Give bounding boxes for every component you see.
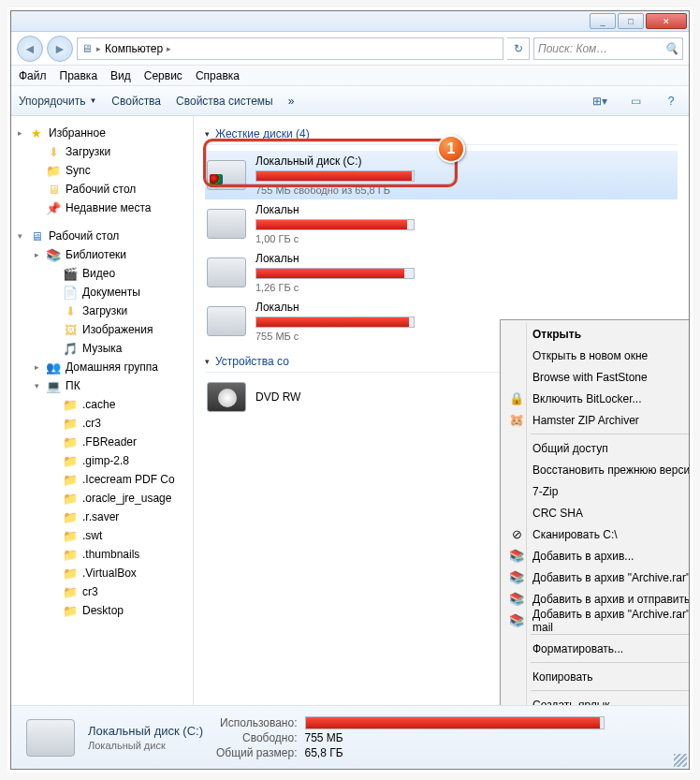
close-button[interactable]: ✕: [646, 13, 687, 29]
refresh-button[interactable]: ↻: [507, 37, 530, 60]
resize-grip[interactable]: [674, 754, 687, 767]
context-menu-item[interactable]: 🔒Включить BitLocker...: [503, 388, 689, 409]
tree-item[interactable]: ▸★Избранное: [15, 124, 189, 142]
tree-item[interactable]: ▸📚Библиотеки: [15, 245, 189, 264]
drive-item[interactable]: Локальн1,26 ГБ с: [205, 248, 678, 297]
context-menu-item[interactable]: 7-Zip▶: [503, 480, 689, 502]
tree-item[interactable]: 📌Недавние места: [15, 199, 189, 217]
tree-item[interactable]: 🎵Музыка: [15, 339, 189, 358]
mus: 🎵: [63, 341, 78, 356]
tree-item[interactable]: 🖼Изображения: [15, 320, 189, 339]
menu-file[interactable]: Файл: [19, 69, 47, 82]
tree-item[interactable]: 📁.gimp-2.8: [15, 451, 189, 470]
dvd-icon: [207, 382, 246, 412]
tree-item[interactable]: ▸👥Домашняя группа: [15, 358, 189, 376]
tree-item[interactable]: 📁.oracle_jre_usage: [15, 489, 189, 508]
context-menu-item[interactable]: Форматировать...: [503, 638, 689, 659]
context-menu-item[interactable]: Открыть в новом окне: [503, 345, 689, 366]
nav-row: ◄ ► 🖥 ▸ Компьютер ▸ ↻ Поиск: Ком… 🔍: [11, 32, 689, 66]
context-menu-item[interactable]: Browse with FastStone: [503, 366, 689, 388]
back-button[interactable]: ◄: [17, 36, 43, 62]
context-menu-item[interactable]: Общий доступ▶: [503, 437, 689, 459]
context-menu-item[interactable]: Открыть: [503, 323, 689, 345]
maximize-button[interactable]: □: [618, 13, 644, 29]
context-menu-item[interactable]: Восстановить прежнюю версию: [503, 459, 689, 480]
properties-button[interactable]: Свойства: [111, 95, 161, 108]
drive-free: 755 МБ свободно из 65,8 ГБ: [255, 184, 443, 196]
context-menu-item[interactable]: Создать ярлык: [503, 694, 689, 705]
tree-item[interactable]: 📁.swt: [15, 526, 189, 545]
drive-name: Локальн: [255, 301, 443, 314]
menu-view[interactable]: Вид: [110, 69, 131, 82]
folder: 📁: [63, 603, 78, 618]
tree-item[interactable]: 🖥Рабочий стол: [15, 180, 189, 199]
tree-item[interactable]: ▾💻ПК: [15, 376, 189, 395]
pc: 💻: [46, 378, 61, 393]
drive-icon: [26, 719, 75, 757]
tree-item[interactable]: 📁cr3: [15, 582, 189, 601]
tree-item[interactable]: ⬇Загрузки: [15, 142, 189, 161]
tree-item[interactable]: ⬇Загрузки: [15, 302, 189, 320]
tree-item[interactable]: 📁.cr3: [15, 414, 189, 433]
organize-button[interactable]: Упорядочить▼: [19, 95, 96, 108]
details-name: Локальный диск (C:): [88, 724, 203, 738]
minimize-button[interactable]: _: [590, 13, 616, 29]
free-label: Свободно:: [216, 731, 297, 744]
drive-name: Локальн: [255, 203, 443, 216]
crumb-arrow-icon: ▸: [96, 44, 101, 53]
view-mode-button[interactable]: ⊞▾: [590, 91, 610, 111]
vid: 🎬: [63, 266, 78, 281]
address-bar[interactable]: 🖥 ▸ Компьютер ▸: [77, 37, 503, 60]
tree-item[interactable]: 📁.FBReader: [15, 433, 189, 451]
context-menu-item[interactable]: CRC SHA▶: [503, 502, 689, 523]
drive-free: 1,26 ГБ с: [255, 282, 443, 293]
tree-item[interactable]: 📄Документы: [15, 283, 189, 302]
search-placeholder: Поиск: Ком…: [538, 42, 607, 55]
context-menu-item[interactable]: 📚Добавить в архив "Archive.rar" и отправ…: [503, 610, 689, 631]
net: 👥: [46, 360, 61, 375]
drive-icon: [207, 306, 246, 336]
crumb-arrow-icon: ▸: [167, 44, 171, 53]
context-menu: ОткрытьОткрыть в новом окнеBrowse with F…: [500, 319, 689, 705]
titlebar: _ □ ✕: [11, 11, 689, 32]
context-menu-item[interactable]: ⊘Сканировать C:\: [503, 523, 689, 545]
tree-item[interactable]: 🎬Видео: [15, 264, 189, 283]
menu-help[interactable]: Справка: [196, 69, 240, 82]
breadcrumb[interactable]: Компьютер: [105, 42, 163, 55]
search-input[interactable]: Поиск: Ком… 🔍: [533, 37, 683, 60]
menu-edit[interactable]: Правка: [60, 69, 98, 82]
context-menu-item[interactable]: Копировать: [503, 666, 689, 687]
tree-item[interactable]: 📁Desktop: [15, 601, 189, 620]
context-menu-item[interactable]: 📚Добавить в архив...: [503, 545, 689, 567]
menu-item-icon: 📚: [508, 612, 525, 629]
context-menu-item[interactable]: 🐹Hamster ZIP Archiver▶: [503, 409, 689, 431]
context-menu-item[interactable]: 📚Добавить в архив "Archive.rar": [503, 567, 689, 588]
place: 📌: [46, 200, 61, 215]
toolbar: Упорядочить▼ Свойства Свойства системы »…: [11, 86, 689, 116]
system-properties-button[interactable]: Свойства системы: [176, 95, 273, 108]
menu-item-icon: 📚: [508, 569, 525, 586]
desktop: 🖥: [46, 182, 61, 197]
computer-icon: 🖥: [81, 42, 93, 55]
tree-item[interactable]: 📁.Icecream PDF Co: [15, 470, 189, 489]
menu-item-icon: 📚: [508, 591, 525, 608]
badge-1: 1: [437, 135, 465, 163]
toolbar-overflow[interactable]: »: [288, 95, 295, 108]
forward-button[interactable]: ►: [47, 36, 73, 62]
menu-item-icon: 📚: [508, 548, 525, 565]
tree-item[interactable]: 📁.VirtualBox: [15, 564, 189, 582]
folder: 📁: [63, 397, 78, 412]
folder: 📁: [63, 566, 78, 581]
menu-tools[interactable]: Сервис: [144, 69, 182, 82]
tree-item[interactable]: 📁Sync: [15, 161, 189, 180]
tree-item[interactable]: ▾🖥Рабочий стол: [15, 227, 189, 245]
help-button[interactable]: ?: [661, 91, 681, 111]
folder: 📁: [63, 584, 78, 599]
drive-item[interactable]: Локальн1,00 ГБ с: [205, 199, 678, 248]
tree-item[interactable]: 📁.thumbnails: [15, 545, 189, 564]
preview-pane-button[interactable]: ▭: [625, 91, 646, 111]
search-icon: 🔍: [664, 42, 678, 55]
folder: 📁: [63, 453, 78, 468]
tree-item[interactable]: 📁.cache: [15, 395, 189, 414]
tree-item[interactable]: 📁.r.saver: [15, 508, 189, 526]
